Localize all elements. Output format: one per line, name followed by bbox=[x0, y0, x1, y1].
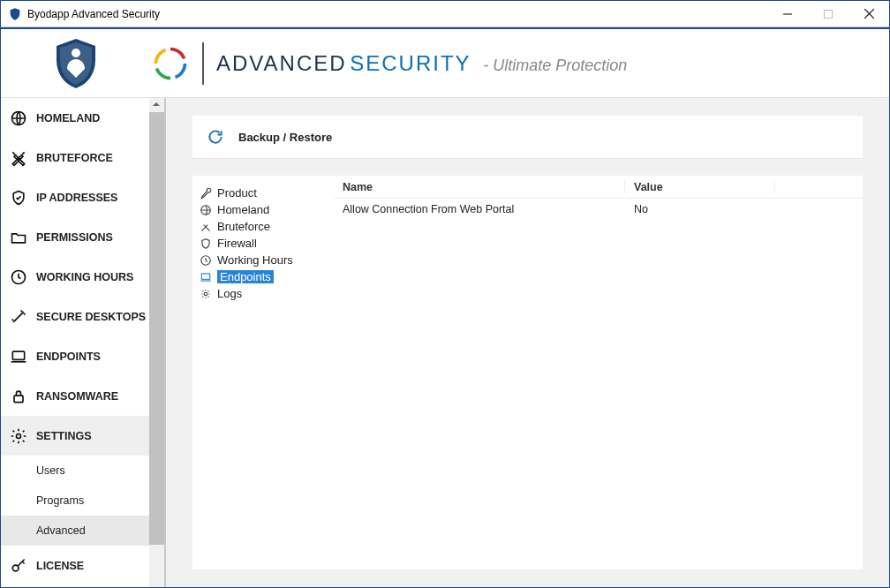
toolbar-panel: Backup / Restore bbox=[192, 116, 863, 158]
sidebar-subitem-users[interactable]: Users bbox=[1, 456, 149, 486]
sidebar-subitem-label: Users bbox=[36, 464, 65, 477]
sidebar-item-label: RANSOMWARE bbox=[36, 390, 118, 403]
lock-icon bbox=[10, 388, 27, 405]
sidebar-item-label: PERMISSIONS bbox=[36, 231, 113, 244]
brand-text-security: SECURITY bbox=[350, 51, 471, 75]
svg-point-11 bbox=[204, 292, 207, 296]
backup-restore-button[interactable] bbox=[207, 128, 224, 146]
tree-item-working-hours[interactable]: Working Hours bbox=[198, 252, 328, 268]
sidebar-scrollbar[interactable] bbox=[149, 98, 164, 587]
sidebar-item-label: SETTINGS bbox=[36, 430, 92, 442]
wand-icon bbox=[10, 308, 27, 326]
folder-icon bbox=[10, 229, 27, 246]
tree-item-label: Logs bbox=[217, 287, 242, 300]
tree-item-label: Firewall bbox=[217, 237, 257, 250]
tree-item-endpoints[interactable]: Endpoints bbox=[198, 268, 328, 285]
tree-item-label: Product bbox=[217, 186, 257, 200]
laptop-icon bbox=[10, 348, 27, 366]
gear-icon bbox=[10, 427, 27, 445]
window-title: Byodapp Advanced Security bbox=[27, 8, 767, 20]
column-header-value[interactable]: Value bbox=[625, 181, 775, 193]
tree-item-homeland[interactable]: Homeland bbox=[198, 201, 328, 218]
brand-text-advanced: ADVANCED bbox=[216, 51, 347, 75]
tree-item-firewall[interactable]: Firewall bbox=[198, 235, 328, 252]
tree-item-label: Endpoints bbox=[217, 270, 274, 283]
svg-rect-4 bbox=[12, 351, 24, 359]
sidebar-item-label: IP ADDRESSES bbox=[36, 192, 117, 204]
sidebar-item-label: WORKING HOURS bbox=[36, 271, 133, 283]
svg-point-6 bbox=[17, 433, 21, 438]
content-area: Backup / Restore Product Homeland Br bbox=[164, 98, 889, 587]
backup-restore-label: Backup / Restore bbox=[238, 131, 332, 144]
column-header-name[interactable]: Name bbox=[334, 181, 625, 193]
sidebar-item-working-hours[interactable]: WORKING HOURS bbox=[1, 257, 149, 297]
sidebar-item-bruteforce[interactable]: BRUTEFORCE bbox=[1, 138, 149, 177]
sidebar-item-ransomware[interactable]: RANSOMWARE bbox=[1, 376, 149, 416]
window-close-button[interactable] bbox=[849, 1, 889, 27]
sidebar-item-label: LICENSE bbox=[36, 560, 84, 572]
clock-icon bbox=[10, 268, 27, 286]
window-maximize-button[interactable] bbox=[808, 1, 849, 27]
sidebar-item-endpoints[interactable]: ENDPOINTS bbox=[1, 336, 149, 376]
tree-item-product[interactable]: Product bbox=[198, 185, 328, 201]
grid-cell-value: No bbox=[625, 203, 775, 215]
sidebar-subitem-label: Programs bbox=[36, 494, 84, 507]
sidebar-scrollbar-thumb[interactable] bbox=[149, 112, 164, 545]
tree-item-label: Working Hours bbox=[217, 253, 293, 267]
titlebar: Byodapp Advanced Security bbox=[1, 1, 889, 27]
header: ADVANCED SECURITY - Ultimate Protection bbox=[1, 27, 889, 98]
sidebar: HOMELAND BRUTEFORCE IP ADDRESSES PERMISS… bbox=[1, 98, 164, 587]
tree-item-label: Bruteforce bbox=[217, 220, 270, 233]
tree-item-bruteforce[interactable]: Bruteforce bbox=[198, 218, 328, 235]
sidebar-subitem-programs[interactable]: Programs bbox=[1, 486, 149, 516]
sidebar-item-label: SECURE DESKTOPS bbox=[36, 311, 146, 323]
svg-point-1 bbox=[72, 49, 80, 57]
app-window: Byodapp Advanced Security bbox=[0, 0, 890, 588]
grid-row[interactable]: Allow Connection From Web Portal No bbox=[334, 199, 863, 220]
grid-cell-name: Allow Connection From Web Portal bbox=[334, 203, 625, 215]
brand-subtitle: - Ultimate Protection bbox=[483, 57, 627, 74]
globe-icon bbox=[10, 109, 27, 127]
logo-shield-icon bbox=[1, 35, 151, 92]
sidebar-subitem-advanced[interactable]: Advanced bbox=[1, 516, 149, 546]
sidebar-item-secure-desktops[interactable]: SECURE DESKTOPS bbox=[1, 297, 149, 336]
grid-header: Name Value bbox=[334, 176, 863, 199]
body: HOMELAND BRUTEFORCE IP ADDRESSES PERMISS… bbox=[1, 98, 889, 587]
svg-rect-10 bbox=[201, 273, 209, 278]
window-minimize-button[interactable] bbox=[767, 1, 808, 27]
svg-rect-0 bbox=[825, 10, 833, 18]
settings-tree: Product Homeland Bruteforce Firewall bbox=[192, 176, 334, 569]
sidebar-item-settings[interactable]: SETTINGS bbox=[1, 416, 149, 456]
app-shield-icon bbox=[8, 7, 22, 21]
brand: ADVANCED SECURITY - Ultimate Protection bbox=[151, 42, 627, 85]
sidebar-item-label: HOMELAND bbox=[36, 112, 100, 124]
swirl-logo-icon bbox=[151, 44, 190, 83]
shield-check-icon bbox=[10, 189, 27, 207]
settings-grid: Name Value Allow Connection From Web Por… bbox=[334, 176, 863, 569]
swords-icon bbox=[10, 149, 27, 167]
tree-item-logs[interactable]: Logs bbox=[198, 285, 328, 302]
main-panel: Product Homeland Bruteforce Firewall bbox=[192, 176, 863, 569]
key-icon bbox=[10, 557, 27, 575]
sidebar-subitem-label: Advanced bbox=[36, 524, 86, 537]
svg-point-7 bbox=[12, 565, 19, 571]
sidebar-item-permissions[interactable]: PERMISSIONS bbox=[1, 217, 149, 257]
sidebar-item-ip-addresses[interactable]: IP ADDRESSES bbox=[1, 177, 149, 217]
sidebar-item-license[interactable]: LICENSE bbox=[1, 546, 149, 585]
tree-item-label: Homeland bbox=[217, 203, 269, 216]
sidebar-item-label: BRUTEFORCE bbox=[36, 152, 113, 164]
sidebar-item-homeland[interactable]: HOMELAND bbox=[1, 98, 149, 138]
svg-rect-5 bbox=[14, 396, 23, 403]
sidebar-item-label: ENDPOINTS bbox=[36, 351, 101, 363]
